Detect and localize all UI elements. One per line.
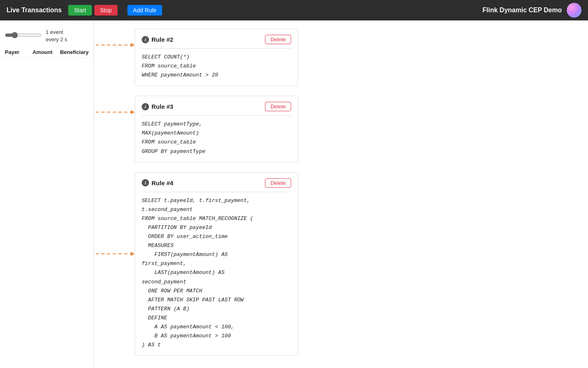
- delete-rule-4-button[interactable]: Delete: [265, 178, 291, 188]
- stop-button[interactable]: Stop: [94, 5, 118, 16]
- svg-marker-2: [131, 110, 135, 114]
- right-panel: i Rule #2 Delete SELECT COUNT(*) FROM so…: [94, 20, 588, 368]
- header: Live Transactions Start Stop Add Rule Fl…: [0, 0, 588, 20]
- rule-2-title-text: Rule #2: [151, 36, 173, 43]
- speed-label: 1 event every 2 s: [46, 29, 67, 43]
- svg-marker-1: [131, 43, 135, 47]
- info-icon-3: i: [142, 103, 149, 110]
- table-headers: Payer Amount Beneficiary: [0, 47, 94, 58]
- rule-2-title: i Rule #2: [142, 36, 173, 43]
- speed-control: 1 event every 2 s: [0, 25, 94, 47]
- col-payer: Payer: [5, 49, 32, 55]
- start-button[interactable]: Start: [68, 5, 92, 16]
- info-icon-4: i: [142, 179, 149, 186]
- rule-3-code: SELECT paymentType, MAX(paymentAmount) F…: [142, 120, 291, 156]
- rule-4-title-text: Rule #4: [151, 180, 173, 186]
- rule-3-header: i Rule #3 Delete: [142, 102, 291, 111]
- rule-3-title: i Rule #3: [142, 103, 173, 110]
- speed-line2: every 2 s: [46, 36, 67, 43]
- rule-2-code: SELECT COUNT(*) FROM source_table WHERE …: [142, 53, 291, 80]
- col-amount: Amount: [32, 49, 60, 55]
- info-icon-2: i: [142, 36, 149, 43]
- rule-card-2: i Rule #2 Delete SELECT COUNT(*) FROM so…: [135, 29, 298, 86]
- rule-4-divider: [142, 192, 291, 192]
- rule-2-header: i Rule #2 Delete: [142, 35, 291, 44]
- delete-rule-3-button[interactable]: Delete: [265, 102, 291, 111]
- rule-card-4: i Rule #4 Delete SELECT t.payeeId, t.fir…: [135, 172, 298, 356]
- header-right: Flink Dynamic CEP Demo: [483, 3, 581, 18]
- rule-4-title: i Rule #4: [142, 179, 173, 186]
- speed-slider-wrapper[interactable]: [5, 32, 42, 40]
- rule-4-code: SELECT t.payeeId, t.first_payment, t.sec…: [142, 196, 291, 350]
- speed-line1: 1 event: [46, 29, 67, 36]
- rule-4-header: i Rule #4 Delete: [142, 178, 291, 188]
- add-rule-button[interactable]: Add Rule: [127, 5, 163, 16]
- app-title: Live Transactions: [7, 7, 62, 14]
- svg-marker-3: [131, 252, 135, 256]
- rule-2-divider: [142, 48, 291, 49]
- rule-3-divider: [142, 115, 291, 116]
- rule-card-3: i Rule #3 Delete SELECT paymentType, MAX…: [135, 96, 298, 162]
- col-beneficiary: Beneficiary: [60, 49, 89, 55]
- rule-3-title-text: Rule #3: [151, 103, 173, 110]
- avatar: [567, 3, 581, 18]
- left-panel: 1 event every 2 s Payer Amount Beneficia…: [0, 20, 94, 368]
- speed-slider[interactable]: [5, 32, 42, 38]
- demo-title: Flink Dynamic CEP Demo: [483, 7, 562, 14]
- avatar-image: [567, 3, 581, 18]
- delete-rule-2-button[interactable]: Delete: [265, 35, 291, 44]
- main-layout: 1 event every 2 s Payer Amount Beneficia…: [0, 20, 588, 368]
